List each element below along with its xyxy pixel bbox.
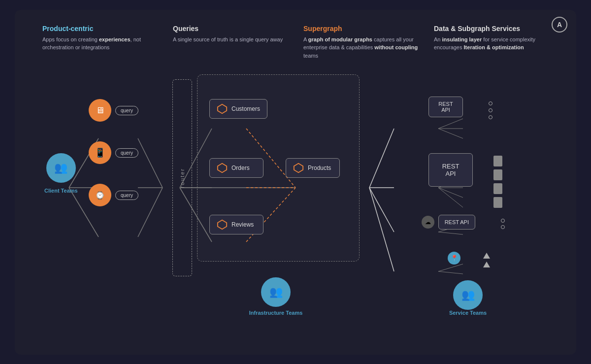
cloud-icon: ☁ [422, 216, 434, 229]
monitor-circle: 🖥 [89, 99, 111, 122]
reviews-box: Reviews [209, 215, 263, 234]
top-sections: Product-centric Apps focus on creating e… [34, 25, 557, 60]
svg-line-15 [369, 188, 394, 232]
client-teams-group: 👥 Client Teams [44, 153, 78, 194]
reviews-sg-icon [217, 219, 228, 230]
svg-line-3 [138, 138, 163, 188]
svg-marker-31 [218, 220, 227, 229]
watch-circle: ⌚ [89, 184, 111, 206]
infra-people-icon: 👥 [269, 286, 283, 298]
product-centric-title: Product-centric [42, 25, 157, 33]
router-box: router [172, 79, 192, 276]
rest-api-top-box: RESTAPI [428, 97, 463, 117]
docs-group [493, 156, 502, 208]
corner-badge: A [552, 17, 567, 33]
customers-label: Customers [231, 105, 260, 112]
infra-teams-label: Infrastructure Teams [249, 310, 303, 316]
cloud-rest-group: ☁ REST API [422, 215, 475, 230]
svg-line-25 [438, 232, 463, 234]
watch-icon: ⌚ [95, 191, 105, 200]
phone-icon: 📱 [95, 147, 105, 158]
reviews-label: Reviews [231, 221, 254, 228]
service-people-icon: 👥 [461, 289, 475, 301]
phone-circle: 📱 [89, 141, 111, 164]
svg-line-16 [369, 188, 394, 271]
orders-node: Orders [209, 158, 263, 178]
customers-node: Customers [209, 99, 267, 119]
products-node: Products [286, 158, 340, 178]
orders-sg-icon [217, 163, 228, 173]
query-pill-3: query [115, 191, 138, 200]
query-pill-2: query [115, 148, 138, 158]
svg-line-26 [438, 264, 463, 271]
infra-teams-group: 👥 Infrastructure Teams [227, 277, 325, 316]
service-teams-label: Service Teams [449, 310, 487, 316]
queries-title: Queries [173, 25, 288, 33]
svg-line-19 [438, 129, 463, 138]
svg-line-27 [438, 271, 463, 274]
device-phone-item: 📱 query [89, 141, 138, 164]
doc-icon-3 [493, 183, 502, 194]
people-icon: 👥 [54, 162, 67, 174]
queries-text: A single source of truth is a single que… [173, 35, 288, 44]
rest-api-small: REST API [438, 215, 475, 230]
products-box: Products [286, 158, 340, 178]
svg-line-23 [438, 188, 463, 207]
triangles-group [483, 253, 490, 267]
dot-1 [489, 101, 492, 105]
service-teams-group: 👥 Service Teams [428, 280, 507, 316]
triangle-1 [483, 253, 490, 259]
slide: A Product-centric Apps focus on creating… [15, 10, 576, 355]
svg-marker-30 [294, 164, 303, 172]
orders-label: Orders [231, 165, 250, 171]
infra-teams-circle: 👥 [261, 277, 291, 307]
product-centric-section: Product-centric Apps focus on creating e… [34, 25, 165, 60]
svg-line-5 [138, 188, 163, 237]
query-pill-1: query [115, 106, 138, 115]
dot-3 [489, 115, 492, 119]
dot-c1 [501, 219, 505, 223]
products-label: Products [308, 165, 331, 171]
supergraph-section-text: Supergraph A graph of modular graphs cap… [296, 25, 426, 60]
devices-group: 🖥 query 📱 query ⌚ query [89, 99, 138, 206]
customers-sg-icon [217, 103, 228, 114]
service-teams-circle: 👥 [453, 280, 483, 310]
router-label: router [179, 168, 185, 188]
dot-c2 [501, 225, 505, 229]
queries-section: Queries A single source of truth is a si… [165, 25, 296, 60]
doc-icon-2 [493, 169, 502, 180]
pin-icon: 📍 [448, 252, 460, 265]
doc-icon-4 [493, 197, 502, 208]
triangle-2 [483, 262, 490, 267]
monitor-icon: 🖥 [96, 105, 104, 116]
data-services-section: Data & Subgraph Services An insulating l… [426, 25, 557, 60]
doc-icon-1 [493, 156, 502, 166]
client-teams-circle: 👥 [46, 153, 76, 183]
orders-box: Orders [209, 158, 263, 178]
svg-marker-29 [218, 164, 227, 172]
svg-marker-28 [218, 104, 227, 113]
product-centric-text: Apps focus on creating experiences, not … [42, 35, 157, 52]
rest-api-center-box: RESTAPI [428, 153, 473, 187]
dots-cloud [501, 219, 505, 229]
device-monitor-item: 🖥 query [89, 99, 138, 122]
main-diagram: 👥 Client Teams 🖥 query 📱 query ⌚ [34, 69, 557, 326]
customers-box: Customers [209, 99, 267, 119]
rest-api-center: RESTAPI [428, 153, 473, 187]
client-teams-label: Client Teams [44, 188, 78, 194]
products-sg-icon [293, 163, 304, 173]
svg-line-22 [438, 188, 463, 198]
svg-line-17 [438, 119, 463, 129]
svg-line-13 [369, 129, 394, 188]
data-services-text: An insulating layer for service complexi… [434, 35, 549, 52]
supergraph-title: Supergraph [303, 25, 418, 33]
dots-top [489, 101, 492, 119]
pin-group: 📍 [448, 252, 460, 265]
supergraph-text: A graph of modular graphs captures all y… [303, 35, 418, 60]
device-watch-item: ⌚ query [89, 184, 138, 206]
dot-2 [489, 108, 492, 112]
data-services-title: Data & Subgraph Services [434, 25, 549, 33]
rest-api-top: RESTAPI [428, 97, 463, 117]
reviews-node: Reviews [209, 215, 263, 234]
